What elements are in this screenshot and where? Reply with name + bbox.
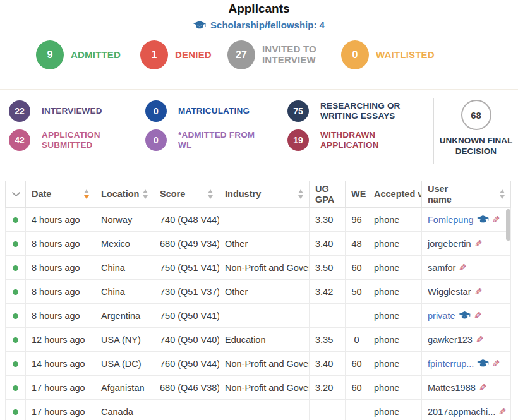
cell-we: 60 — [346, 376, 368, 400]
column-label: UG GPA — [315, 184, 346, 205]
cell-industry: Non-Profit and Govern.. — [219, 352, 310, 376]
status-count-circle: 27 — [227, 40, 255, 69]
edit-pencil-icon[interactable]: ✎ — [459, 263, 467, 272]
cell-ug-gpa: 3.20 — [310, 376, 346, 400]
column-header-we: WE — [346, 181, 368, 208]
column-header-date[interactable]: Date — [26, 181, 95, 208]
cell-user-name: Mattes1988 ✎ — [422, 376, 511, 400]
status-badge[interactable]: 75 RESEARCHING OR WRITING ESSAYS — [287, 100, 433, 122]
cell-date: 4 hours ago — [26, 208, 95, 232]
status-badge[interactable]: 1 DENIED — [140, 40, 227, 69]
status-badge[interactable]: 22 INTERVIEWED — [9, 100, 145, 122]
cell-date: 14 hours ago — [26, 352, 95, 376]
cell-location: Mexico — [95, 232, 154, 256]
status-badge[interactable]: 0 *ADMITTED FROM WL — [145, 129, 287, 151]
cell-status — [6, 400, 26, 420]
column-header-user-name[interactable]: User name — [422, 181, 511, 208]
edit-pencil-icon[interactable]: ✎ — [474, 287, 483, 296]
cell-industry: Non-Profit and Govern.. — [219, 256, 310, 280]
status-count: 0 — [352, 49, 358, 61]
cell-status — [6, 280, 26, 304]
column-header-location[interactable]: Location — [95, 181, 154, 208]
username-link[interactable]: Mattes1988 — [428, 383, 476, 393]
username-link[interactable]: Fomlepung — [428, 215, 474, 225]
status-badge[interactable]: 0 MATRICULATING — [145, 100, 287, 122]
cell-accepted-via: phone — [368, 208, 422, 232]
secondary-stats-section: 22 INTERVIEWED 0 MATRICULATING 75 RESEAR… — [0, 98, 518, 164]
cell-accepted-via: phone — [368, 376, 422, 400]
scholarship-filter[interactable]: Scholarship/fellowship: 4 — [0, 20, 518, 30]
edit-pencil-icon[interactable]: ✎ — [492, 359, 500, 368]
username-link[interactable]: 2017appmachi... — [428, 407, 495, 417]
status-count: 0 — [154, 135, 159, 145]
unknown-count: 68 — [471, 110, 481, 121]
cell-score: 680 (Q49 V34) — [154, 232, 219, 256]
cell-ug-gpa — [310, 304, 346, 328]
cell-status — [6, 352, 26, 376]
edit-pencil-icon[interactable]: ✎ — [474, 239, 483, 248]
cell-we: 48 — [346, 232, 368, 256]
cell-accepted-via: phone — [368, 352, 422, 376]
table-scrollbar-thumb[interactable] — [506, 209, 510, 241]
username-link[interactable]: private — [428, 311, 455, 321]
column-header-score[interactable]: Score — [154, 181, 219, 208]
cell-we: 60 — [346, 352, 368, 376]
status-count-circle: 1 — [140, 40, 168, 69]
status-count: 9 — [47, 49, 53, 61]
cell-score: 730 (Q51 V37) — [154, 280, 219, 304]
cell-accepted-via: phone — [368, 400, 422, 420]
column-header-industry[interactable]: Industry — [219, 181, 310, 208]
cell-accepted-via: phone — [368, 256, 422, 280]
status-badge[interactable]: 0 WAITLISTED — [341, 40, 435, 69]
status-count: 1 — [152, 49, 157, 61]
username-link[interactable]: gawker123 — [428, 335, 473, 345]
cell-industry — [219, 208, 310, 232]
column-header-accepted-via: Accepted via — [368, 181, 422, 208]
cell-score — [154, 400, 219, 420]
column-label: Accepted via — [374, 189, 422, 199]
table-row: 8 hours ago Argentina 750 (Q50 V41) phon… — [6, 304, 511, 328]
status-badge[interactable]: 9 ADMITTED — [36, 40, 140, 69]
cell-we: 50 — [346, 280, 368, 304]
status-badge[interactable]: 42 APPLICATION SUBMITTED — [9, 129, 145, 151]
status-badge[interactable]: 27 INVITED TO INTERVIEW — [227, 40, 341, 69]
status-dot-icon — [13, 289, 18, 295]
edit-pencil-icon[interactable]: ✎ — [479, 383, 487, 392]
cell-we: 96 — [346, 208, 368, 232]
cell-ug-gpa: 3.50 — [310, 256, 346, 280]
cell-user-name: 2017appmachi... ✎ — [422, 400, 511, 420]
chevron-down-icon — [11, 191, 21, 197]
username-link[interactable]: fpinterrup... — [428, 359, 474, 369]
edit-pencil-icon[interactable]: ✎ — [476, 335, 484, 344]
edit-pencil-icon[interactable]: ✎ — [492, 215, 500, 224]
cell-accepted-via: phone — [368, 328, 422, 352]
column-label: Industry — [225, 189, 261, 200]
status-count-circle: 42 — [9, 129, 30, 151]
status-label: INVITED TO INTERVIEW — [262, 44, 328, 66]
cell-user-name: fpinterrup... ✎ — [422, 352, 511, 376]
table-row: 8 hours ago China 730 (Q51 V37) Other 3.… — [6, 280, 511, 304]
cell-date: 8 hours ago — [26, 256, 95, 280]
status-label: WAITLISTED — [376, 50, 435, 61]
cell-date: 8 hours ago — [26, 232, 95, 256]
status-dot-icon — [13, 361, 18, 367]
cell-user-name: Fomlepung ✎ — [422, 208, 511, 232]
select-column-header[interactable] — [6, 181, 26, 208]
cell-location: China — [95, 256, 154, 280]
cell-location: Canada — [95, 400, 154, 420]
username-link[interactable]: Wigglestar — [428, 287, 471, 297]
username-link[interactable]: samfor — [428, 263, 455, 273]
edit-pencil-icon[interactable]: ✎ — [474, 311, 482, 320]
applicants-table: Date Location Score Industry UG GPA — [5, 181, 513, 420]
cell-industry: Other — [219, 280, 310, 304]
username-link[interactable]: jorgebertin — [428, 239, 471, 249]
status-badge[interactable]: 19 WITHDRAWN APPLICATION — [287, 129, 433, 151]
status-label: RESEARCHING OR WRITING ESSAYS — [320, 101, 405, 121]
cell-ug-gpa: 3.30 — [310, 208, 346, 232]
cell-industry: Non-Profit and Govern.. — [219, 376, 310, 400]
cell-location: Afganistan — [95, 376, 154, 400]
cell-status — [6, 256, 26, 280]
cell-score: 750 (Q50 V41) — [154, 304, 219, 328]
edit-pencil-icon[interactable]: ✎ — [498, 407, 507, 416]
sort-icon — [500, 189, 505, 199]
